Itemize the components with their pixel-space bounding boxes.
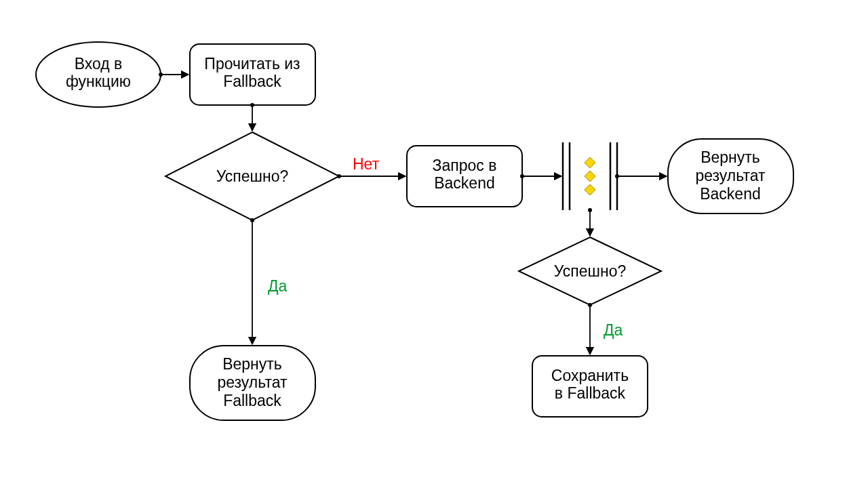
arrow-split-to-resultbackend: [615, 174, 667, 178]
node-start: Вход в функцию: [36, 42, 161, 107]
start-line2: функцию: [66, 73, 131, 90]
save-fallback-line2: в Fallback: [555, 384, 626, 402]
success1-label: Успешно?: [216, 167, 289, 185]
arrow-success1-yes: Да: [250, 218, 288, 344]
result-fallback-line3: Fallback: [223, 392, 281, 409]
arrow-read-to-success1: [250, 103, 254, 131]
result-backend-line1: Вернуть: [701, 148, 760, 166]
node-read-fallback: Прочитать из Fallback: [190, 44, 315, 105]
arrow-split-to-success2: [588, 208, 592, 236]
result-backend-line3: Backend: [700, 185, 761, 203]
label-yes-2: Да: [604, 321, 623, 339]
arrow-success2-yes: Да: [588, 303, 623, 354]
node-save-fallback: Сохранить в Fallback: [532, 356, 648, 417]
node-backend-request: Запрос в Backend: [407, 146, 522, 207]
svg-marker-9: [585, 184, 595, 195]
split-diamonds-icon: [585, 157, 595, 195]
node-result-fallback: Вернуть результат Fallback: [190, 346, 315, 420]
arrow-start-to-read: [159, 73, 189, 77]
label-yes-1: Да: [268, 277, 288, 295]
read-fallback-line2: Fallback: [223, 73, 281, 90]
save-fallback-line1: Сохранить: [551, 367, 629, 384]
svg-marker-7: [585, 157, 595, 168]
flowchart-canvas: Вход в функцию Прочитать из Fallback Усп…: [0, 0, 868, 488]
backend-req-line1: Запрос в: [433, 157, 497, 174]
label-no: Нет: [353, 155, 380, 173]
backend-req-line2: Backend: [434, 174, 495, 192]
read-fallback-line1: Прочитать из: [204, 55, 300, 73]
split-bar-left: [563, 142, 570, 210]
result-fallback-line2: результат: [217, 373, 288, 391]
success2-label: Успешно?: [554, 262, 627, 280]
node-success-2: Успешно?: [519, 237, 661, 305]
arrow-success1-no: Нет: [337, 155, 406, 178]
svg-marker-8: [585, 171, 595, 182]
node-result-backend: Вернуть результат Backend: [668, 139, 793, 214]
result-backend-line2: результат: [695, 167, 766, 184]
node-success-1: Успешно?: [165, 132, 339, 220]
start-line1: Вход в: [75, 55, 123, 73]
result-fallback-line1: Вернуть: [222, 355, 282, 373]
arrow-backend-to-split: [520, 174, 561, 178]
